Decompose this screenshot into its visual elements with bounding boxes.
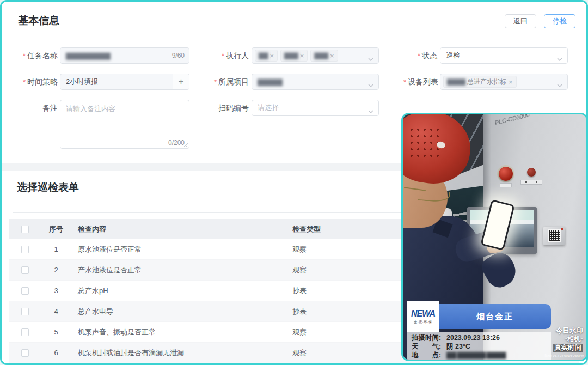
status-select[interactable]: 巡检 <box>440 47 568 64</box>
executors-select[interactable]: ▇▇× ▇▇▇× ▇▇▇× <box>252 47 379 64</box>
time-strategy-value: 2小时填报 <box>60 77 173 87</box>
device-list-select[interactable]: ▇▇▇▇总进产水指标× <box>440 74 568 90</box>
row-checkbox[interactable] <box>21 328 29 336</box>
weather-label: 天 气: <box>412 342 446 351</box>
today-watermark-line: 今日水印 <box>553 327 583 335</box>
remark-counter: 0/200 <box>168 139 185 147</box>
row-content: 机泵机封或油封是否有滴漏无泄漏 <box>71 348 292 358</box>
executor-tag: ▇▇× <box>255 50 278 62</box>
row-checkbox[interactable] <box>21 287 29 295</box>
status-value: 巡检 <box>440 51 465 60</box>
task-name-label: *任务名称 <box>12 47 58 64</box>
watermark-info-panel: 拍摄时间:2023.09.23 13:26 天 气:阴 23°C 地 点:▇▇ … <box>407 332 551 360</box>
row-content: 原水池液位是否正常 <box>71 245 292 254</box>
indicator-plate <box>520 180 542 185</box>
today-watermark-line: 真实时间 <box>553 344 583 352</box>
scan-code-label: 扫码编号 <box>214 100 249 116</box>
newa-logo-text: NEWA <box>411 309 435 319</box>
remove-tag-icon[interactable]: × <box>330 52 334 59</box>
red-indicator-knob <box>527 168 536 177</box>
header-content: 检查内容 <box>71 224 292 234</box>
scan-code-select[interactable]: 请选择 <box>252 100 379 116</box>
row-content: 总产水pH <box>71 286 292 296</box>
remove-tag-icon[interactable]: × <box>300 52 304 59</box>
section-title: 选择巡检表单 <box>17 180 79 194</box>
row-no: 4 <box>41 307 71 315</box>
emergency-stop-button <box>499 167 513 181</box>
page-title: 基本信息 <box>18 14 59 28</box>
executor-tag: ▇▇▇× <box>310 50 338 62</box>
resize-grip[interactable] <box>183 143 188 147</box>
row-content: 产水池液位是否正常 <box>71 265 292 275</box>
task-name-value: ▇▇▇▇▇▇▇▇▇ <box>60 52 115 60</box>
time-strategy-input[interactable]: 2小时填报 + <box>60 74 189 90</box>
row-checkbox[interactable] <box>21 246 29 253</box>
row-no: 6 <box>41 349 71 357</box>
row-no: 3 <box>41 287 71 295</box>
task-name-counter: 9/60 <box>172 48 185 63</box>
project-label: *所属项目 <box>214 74 249 90</box>
back-button[interactable]: 返回 <box>505 14 536 28</box>
header-no: 序号 <box>41 224 71 234</box>
remark-textarea[interactable]: 请输入备注内容 0/200 <box>60 100 189 149</box>
status-label: *状态 <box>403 47 437 64</box>
helmet-vent-holes <box>408 126 441 159</box>
chevron-down-icon <box>368 81 373 89</box>
chevron-down-icon <box>368 54 373 63</box>
location-label: 地 点: <box>412 351 446 360</box>
remark-placeholder: 请输入备注内容 <box>60 100 189 118</box>
qr-red-mark <box>561 228 564 230</box>
scan-code-placeholder: 请选择 <box>252 103 284 113</box>
row-content: 机泵声音、振动是否正常 <box>71 327 292 337</box>
newa-logo-subtext: 金·正·环·保 <box>414 320 432 325</box>
row-checkbox[interactable] <box>21 308 29 315</box>
page: 基本信息 返回 停检 *任务名称 ▇▇▇▇▇▇▇▇▇ 9/60 *执行人 ▇ <box>0 0 588 365</box>
anti-fake-code: 防伪 v6.T3Y69D6U66PM <box>545 354 584 358</box>
add-time-strategy-button[interactable]: + <box>173 74 189 89</box>
row-content: 总产水电导 <box>71 307 292 317</box>
watermark-title: 烟台金正 <box>476 312 513 322</box>
estop-label-plate <box>500 183 512 187</box>
qr-code <box>549 230 560 241</box>
executor-tag: ▇▇▇× <box>280 50 308 62</box>
shoot-time-label: 拍摄时间: <box>412 333 446 342</box>
remove-tag-icon[interactable]: × <box>509 78 513 86</box>
today-watermark: 今日水印 -相机- 真实时间 <box>553 327 583 352</box>
qr-code-plate <box>543 227 565 245</box>
remark-label: 备注 <box>12 100 58 116</box>
chevron-down-icon <box>368 107 373 115</box>
row-checkbox[interactable] <box>21 266 29 274</box>
watermark-title-bar: 烟台金正 <box>439 304 551 329</box>
row-checkbox[interactable] <box>21 349 29 357</box>
weather-value: 阴 23°C <box>446 343 470 350</box>
device-tag: ▇▇▇▇总进产水指标× <box>443 76 517 88</box>
time-strategy-label: *时间策略 <box>12 74 58 90</box>
chevron-down-icon <box>557 81 562 89</box>
executors-label: *执行人 <box>214 47 249 64</box>
stop-inspection-button[interactable]: 停检 <box>544 14 575 28</box>
project-value: ▇▇▇▇▇ <box>252 78 287 86</box>
row-no: 2 <box>41 266 71 274</box>
shoot-time-value: 2023.09.23 13:26 <box>446 334 500 342</box>
today-watermark-line: -相机- <box>553 335 583 343</box>
chevron-down-icon <box>557 54 562 63</box>
location-value: ▇▇ ▇▇▇▇▇▇ ▇▇▇▇ <box>446 351 505 359</box>
site-photo: PLC-CD3000 NEWA 金·正·环·保 烟台金正 拍摄时间:2023.0… <box>401 113 588 361</box>
task-name-input[interactable]: ▇▇▇▇▇▇▇▇▇ 9/60 <box>60 47 189 64</box>
row-no: 5 <box>41 328 71 336</box>
project-select[interactable]: ▇▇▇▇▇ <box>252 74 379 90</box>
row-no: 1 <box>41 245 71 253</box>
newa-logo: NEWA 金·正·环·保 <box>407 301 439 332</box>
select-all-checkbox[interactable] <box>21 226 29 233</box>
remove-tag-icon[interactable]: × <box>270 52 274 59</box>
device-list-label: *设备列表 <box>403 74 437 90</box>
